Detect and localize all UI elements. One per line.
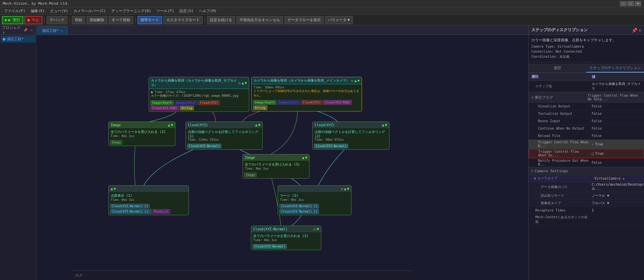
- prop-continue-no-output: Continue When No Output False: [529, 125, 644, 132]
- node-a3-down[interactable]: ▼: [305, 155, 307, 160]
- node-a1-down2[interactable]: ▼: [317, 227, 319, 231]
- project-item-test[interactable]: 測試工程*: [1, 36, 35, 43]
- menu-settings[interactable]: 設定(S): [177, 8, 196, 14]
- node-accept-params-1[interactable]: Cloud(XYZ-Normal) ▷ ▼ 全てのパラメータを受け入れる (1)…: [251, 226, 321, 250]
- tab-step-description[interactable]: ステップのディスクリプション: [586, 64, 644, 73]
- standard-mode-button[interactable]: 標準モード: [138, 16, 162, 24]
- node-n2-up[interactable]: ▲: [382, 123, 384, 127]
- menu-tools[interactable]: ツール(T): [154, 8, 177, 14]
- prop-robot-name: Mech-Centerにあるロボットの名前: [529, 214, 644, 225]
- node-up-icon[interactable]: ▲: [242, 81, 244, 85]
- node-main-camera-header: カメラから画像を取得（カメラから画像を取得_メインカメラ） ▷ ▲ ▼: [252, 77, 362, 84]
- node-down4[interactable]: ▼: [171, 123, 173, 127]
- prop-trigger-with-output[interactable]: Trigger Control Flow When Ou... ☑ True: [529, 149, 644, 158]
- right-panel-pin-icon[interactable]: 📌: [632, 28, 637, 33]
- close-button[interactable]: ✕: [635, 1, 641, 6]
- robot-name-label: Mech-Centerにあるロボットの名前: [531, 214, 590, 225]
- node-accept-1-header: Cloud(XYZ-Normal) ▷ ▼: [251, 226, 321, 232]
- node-main-camera[interactable]: カメラから画像を取得（カメラから画像を取得_メインカメラ） ▷ ▲ ▼ Time…: [251, 77, 362, 111]
- camera-type-expand: ▼: [534, 177, 536, 180]
- prop-trigger-no-output[interactable]: Trigger Control Flow When N... ✓ True: [529, 140, 644, 149]
- recapture-times-value: 1: [590, 208, 644, 213]
- textualize-output-label: Textualize Output: [531, 111, 590, 116]
- node-cloud-display[interactable]: ▲ ▼ 点群表示 (1) Time: 0ms 1us Cloud(XYZ-Nor…: [108, 185, 189, 215]
- node-normal-filter-1[interactable]: Cloud(XYZ) ▲ ▼ 点群の法線ベクトルを計算してフィルタリング (1)…: [185, 122, 263, 150]
- node-merge-down[interactable]: ▼: [347, 187, 349, 191]
- node-n2-down[interactable]: ▼: [385, 123, 387, 127]
- node-n1-down[interactable]: ▼: [258, 123, 260, 127]
- menu-file[interactable]: ファイル(F): [1, 8, 28, 14]
- prop-run-flag-section[interactable]: ▼ 実行フラグ Trigger Control Flow When No Out…: [529, 92, 644, 103]
- trigger-with-output-value: ☑ True: [590, 150, 644, 157]
- divider-3: [135, 17, 136, 24]
- run-button[interactable]: ▶ ▶ 実行: [2, 16, 23, 24]
- continue-button[interactable]: 設定を続ける: [207, 16, 235, 24]
- log-resize-handle[interactable]: · · · · ·: [83, 275, 91, 277]
- node-play-icon2[interactable]: ▷: [352, 79, 354, 83]
- textualize-output-value: False: [590, 111, 644, 116]
- menu-help[interactable]: ヘルプ(H): [196, 8, 219, 14]
- tab-close-icon[interactable]: ✕: [61, 29, 63, 33]
- notify-procedure-value: False: [590, 160, 644, 165]
- toolbar: ▶ ▶ 実行 ■ 中止 デバッグ 登録 登録解除 すべて登録 標準モード カスタ…: [0, 15, 644, 26]
- menu-camera-helper[interactable]: カメラヘルパー(C): [71, 8, 109, 14]
- menu-deep-learning[interactable]: ディープラーニング(D): [109, 8, 154, 14]
- node-normal-1-header: Cloud(XYZ) ▲ ▼: [186, 122, 262, 128]
- node-up-icon2[interactable]: ▲: [355, 79, 357, 83]
- node-down3[interactable]: ▲: [168, 123, 170, 127]
- node-n1-up[interactable]: ▲: [255, 123, 258, 127]
- node-sub-camera-body: ● Time: 171ms 476us カラー画像のサイズ: (1920*120…: [149, 89, 249, 99]
- read-mode-value[interactable]: ノーマル ▼: [590, 193, 644, 199]
- node-down-icon2[interactable]: ▼: [357, 79, 360, 83]
- project-pin-icon[interactable]: 📌: [23, 28, 28, 33]
- node-a1-play[interactable]: ▷: [314, 227, 316, 231]
- node-accept-params-2[interactable]: Image ▲ ▼ 全てのパラメータを受け入れる (2) Time: 0ms 1…: [108, 122, 175, 146]
- node-normal-filter-2[interactable]: Cloud(XYZ) ▲ ▼ 点群の法線ベクトルを計算してフィルタリング (2)…: [312, 122, 389, 150]
- right-panel-close-icon[interactable]: ✕: [639, 28, 641, 33]
- project-close-icon[interactable]: ✕: [29, 28, 34, 33]
- node-merge-header: ▷ ▲ ▼: [278, 186, 351, 192]
- node-merge[interactable]: ▷ ▲ ▼ マージ (1) Time: 0ms 2us Cloud(XYZ-No…: [278, 185, 352, 215]
- node-accept-2-header: Image ▲ ▼: [109, 122, 175, 128]
- run-flag-label: 実行フラグ: [535, 95, 553, 100]
- node-main-camera-body: Time: 166ms 841us トリガーによって制御信号が引き出された場合は…: [252, 84, 362, 99]
- node-down-icon[interactable]: ▼: [245, 81, 247, 85]
- node-cloud-display-header: ▲ ▼: [109, 186, 189, 192]
- maximize-button[interactable]: □: [627, 1, 634, 6]
- cancel-output-button[interactable]: 可視化出力をキャンセル: [236, 16, 283, 24]
- app-title: Mech-Vision, by Mech-Mind Ltd.: [3, 1, 69, 6]
- show-dataflow-button[interactable]: データフローを表示: [284, 16, 324, 24]
- node-merge-play[interactable]: ▷: [341, 187, 343, 191]
- menu-view[interactable]: ビュー(V): [48, 8, 71, 14]
- unregister-button[interactable]: 登録解除: [87, 16, 107, 24]
- camera-settings-section[interactable]: ▼ Camera Settings: [529, 167, 644, 175]
- minimize-button[interactable]: ─: [620, 1, 627, 6]
- canvas-area[interactable]: カメラから画像を取得（カメラから画像を取得_サブカメラ） ▷ ▲ ▼ ● Tim…: [36, 35, 528, 280]
- node-accept-3-header: Image ▲ ▼: [243, 154, 309, 161]
- stop-button[interactable]: ■ 中止: [24, 16, 42, 24]
- register-button[interactable]: 登録: [72, 16, 85, 24]
- camera-type-subheader[interactable]: ▼ カメラタイプ VirtualCamera ★: [529, 175, 644, 182]
- tab-history[interactable]: 履歴: [529, 64, 586, 73]
- node-sub-camera[interactable]: カメラから画像を取得（カメラから画像を取得_サブカメラ） ▷ ▲ ▼ ● Tim…: [149, 77, 249, 112]
- step-desc-main: カラー画像と深度画像、点群をキャプチャします。: [531, 38, 641, 43]
- all-register-button[interactable]: すべて登録: [109, 16, 133, 24]
- node-merge-up[interactable]: ▲: [344, 187, 346, 191]
- menu-edit[interactable]: 編集(E): [28, 8, 48, 14]
- node-cd-up[interactable]: ▲: [111, 187, 113, 191]
- debug-button[interactable]: デバッグ: [47, 16, 67, 24]
- right-panel-header: ステップのディスクリプション 📌 ✕: [529, 26, 644, 35]
- node-a3-up[interactable]: ▲: [302, 155, 305, 160]
- node-play-icon[interactable]: ▷: [239, 81, 241, 85]
- divider-1: [44, 17, 45, 24]
- node-accept-params-3[interactable]: Image ▲ ▼ 全てのパラメータを受け入れる (3) Time: 0ms 1…: [243, 154, 310, 179]
- node-cd-down[interactable]: ▼: [114, 187, 116, 191]
- params-button[interactable]: パラメータ ▼: [325, 16, 353, 24]
- image-name-type-value[interactable]: フルパス ▼: [590, 200, 644, 206]
- prop-reuse-input: Reuse Input False: [529, 118, 644, 125]
- step-desc-coordination: Coordination: 未定義: [531, 54, 641, 59]
- project-label: プロジェクト: [2, 25, 22, 35]
- custom-mode-button[interactable]: カスタマイズモード: [163, 16, 203, 24]
- step-description-section: カラー画像と深度画像、点群をキャプチャします。 Camera Type: Vir…: [529, 35, 644, 62]
- tab-test-project[interactable]: 測試工程* ✕: [38, 27, 67, 35]
